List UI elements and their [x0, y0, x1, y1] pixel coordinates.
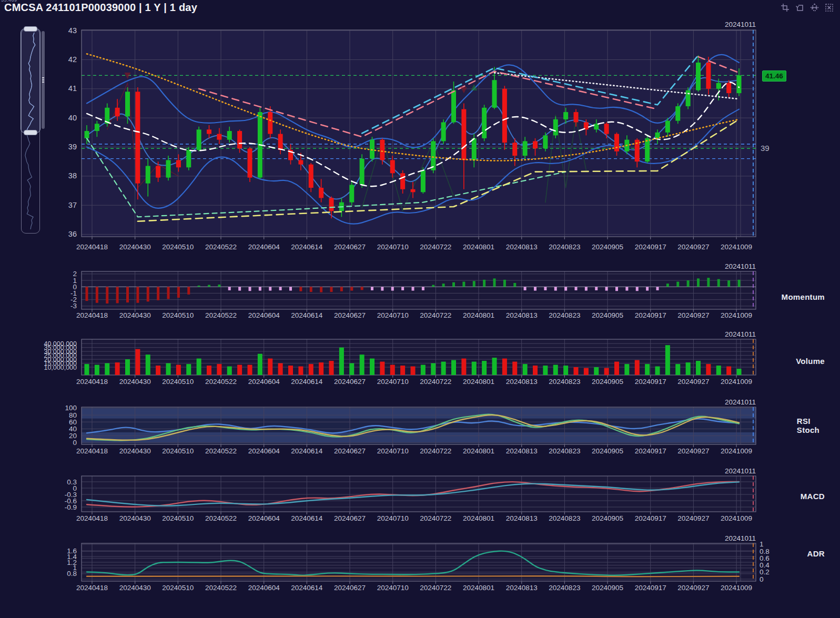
- x-axis-tick-label: 20240917: [635, 378, 666, 386]
- x-axis-tick-label: 20240627: [334, 378, 366, 386]
- momentum-panel[interactable]: 20241011210-1-2-320240418202404302024051…: [70, 262, 756, 319]
- x-axis-tick-label: 20240430: [119, 514, 151, 522]
- x-axis-tick-label: 20240510: [162, 378, 194, 386]
- x-axis-tick-label: 20240917: [635, 514, 666, 522]
- x-axis-tick-label: 20241009: [721, 378, 752, 386]
- strike-price-label: 39: [761, 144, 770, 153]
- pan-icon[interactable]: [810, 3, 819, 12]
- x-axis-tick-label: 20240722: [420, 584, 451, 592]
- y-axis-tick-label: 36: [68, 230, 77, 238]
- y-axis-tick-label: 43: [68, 26, 77, 35]
- navigator-selection[interactable]: [21, 28, 41, 133]
- x-axis-tick-label: 20240813: [506, 584, 538, 592]
- chart-canvas[interactable]: 2024101143424140393837362024041820240430…: [0, 0, 840, 618]
- x-axis-tick-label: 20240522: [205, 584, 237, 592]
- x-axis-tick-label: 20240522: [205, 514, 237, 522]
- scrollbar-grip-icon: [42, 77, 44, 83]
- y-axis-tick-label: 38: [68, 171, 77, 180]
- navigator-scrollbar[interactable]: [42, 31, 45, 129]
- x-axis-tick-label: 20240627: [334, 243, 366, 251]
- last-price-tag: 41.46: [762, 70, 786, 82]
- x-axis-tick-label: 20240801: [463, 584, 494, 592]
- x-axis-tick-label: 20240614: [291, 243, 323, 251]
- volume-panel[interactable]: 2024101140,000,00035,000,00030,000,00025…: [44, 330, 756, 386]
- current-date-label: 20241011: [725, 262, 756, 270]
- y-axis-tick-label: -3: [70, 302, 77, 310]
- current-date-label: 20241011: [725, 21, 756, 28]
- rsi-label-line: RSI: [797, 417, 819, 425]
- x-axis-tick-label: 20240905: [592, 447, 623, 455]
- x-axis-tick-label: 20240801: [463, 447, 494, 455]
- x-axis-tick-label: 20240418: [76, 378, 108, 386]
- x-axis-tick-label: 20240905: [592, 514, 623, 522]
- navigator-handle-bottom[interactable]: [24, 130, 37, 135]
- x-axis-tick-label: 20240604: [248, 447, 280, 455]
- volume-panel-label: Volume: [796, 357, 825, 366]
- x-axis-tick-label: 20240522: [205, 378, 237, 386]
- window-title: CMCSA 241101P00039000 | 1 Y | 1 day: [4, 2, 197, 14]
- x-axis-tick-label: 20240813: [506, 243, 538, 251]
- x-axis-tick-label: 20240801: [463, 514, 494, 522]
- x-axis-tick-label: 20241009: [721, 243, 752, 251]
- time-range-navigator[interactable]: [21, 29, 40, 234]
- stoch-label-line: Stoch: [797, 425, 819, 434]
- price-chart-panel[interactable]: 2024101143424140393837362024041820240430…: [68, 21, 756, 251]
- x-axis-tick-label: 20240823: [549, 311, 580, 319]
- x-axis-tick-label: 20240722: [420, 447, 451, 455]
- rsi-stoch-panel-label: RSI Stoch: [797, 417, 819, 434]
- x-axis-tick-label: 20240418: [76, 447, 108, 455]
- x-axis-tick-label: 20240722: [420, 311, 451, 319]
- x-axis-tick-label: 20240722: [420, 378, 451, 386]
- y-axis-tick-label: 41: [68, 84, 77, 93]
- x-axis-tick-label: 20240917: [635, 311, 666, 319]
- x-axis-tick-label: 20240604: [248, 514, 280, 522]
- x-axis-tick-label: 20240823: [549, 514, 580, 522]
- y-axis-tick-label: 39: [68, 143, 77, 151]
- x-axis-tick-label: 20240823: [549, 584, 580, 592]
- x-axis-tick-label: 20240813: [506, 311, 538, 319]
- crop-icon[interactable]: [781, 3, 790, 12]
- x-axis-tick-label: 20240927: [677, 447, 709, 455]
- x-axis-tick-label: 20240710: [377, 243, 409, 251]
- macd-panel[interactable]: 202410110.30-0.3-0.6-0.92024041820240430…: [65, 467, 756, 522]
- x-axis-tick-label: 20240823: [549, 447, 580, 455]
- x-axis-tick-label: 20240430: [119, 243, 151, 251]
- x-axis-tick-label: 20240510: [162, 311, 194, 319]
- x-axis-tick-label: 20240418: [76, 514, 108, 522]
- current-date-label: 20241011: [725, 398, 756, 406]
- rsi-stoch-panel[interactable]: 2024101110080604020020240418202404302024…: [65, 398, 756, 455]
- x-axis-tick-label: 20240813: [506, 378, 538, 386]
- adr-panel[interactable]: 202410111.61.41.210.810.80.60.40.2020240…: [67, 534, 770, 592]
- x-axis-tick-label: 20241009: [721, 514, 752, 522]
- x-axis-tick-label: 20240917: [635, 584, 666, 592]
- x-axis-tick-label: 20240927: [677, 378, 709, 386]
- y-axis-tick-label: 42: [68, 55, 77, 64]
- x-axis-tick-label: 20241009: [721, 584, 752, 592]
- y-axis-tick-label: 10,000,000: [44, 364, 77, 371]
- x-axis-tick-label: 20240710: [377, 514, 409, 522]
- navigator-handle-top[interactable]: [24, 26, 37, 32]
- current-date-label: 20241011: [725, 330, 756, 338]
- x-axis-tick-label: 20240510: [162, 243, 194, 251]
- undo-box-icon[interactable]: [795, 3, 804, 12]
- x-axis-tick-label: 20240710: [377, 311, 409, 319]
- x-axis-tick-label: 20240604: [248, 584, 280, 592]
- x-axis-tick-label: 20240627: [334, 584, 366, 592]
- x-axis-tick-label: 20240905: [592, 311, 623, 319]
- y-axis-tick-label: 0: [73, 439, 77, 447]
- x-axis-tick-label: 20240823: [549, 378, 580, 386]
- x-axis-tick-label: 20240823: [549, 243, 580, 251]
- title-bar: 33.469 CMCSA 241101P00039000 | 1 Y | 1 d…: [0, 0, 840, 18]
- current-date-label: 20241011: [725, 534, 756, 542]
- x-axis-tick-label: 20240430: [119, 378, 151, 386]
- x-axis-tick-label: 20240614: [291, 311, 323, 319]
- x-axis-tick-label: 20240710: [377, 378, 409, 386]
- macd-panel-label: MACD: [801, 492, 825, 501]
- clear-selection-icon[interactable]: [825, 3, 834, 12]
- x-axis-tick-label: 20240710: [377, 584, 409, 592]
- x-axis-tick-label: 20240604: [248, 378, 280, 386]
- x-axis-tick-label: 20240917: [635, 447, 666, 455]
- x-axis-tick-label: 20240905: [592, 584, 623, 592]
- y-axis-tick-label: 0: [760, 575, 764, 583]
- x-axis-tick-label: 20240722: [420, 243, 451, 251]
